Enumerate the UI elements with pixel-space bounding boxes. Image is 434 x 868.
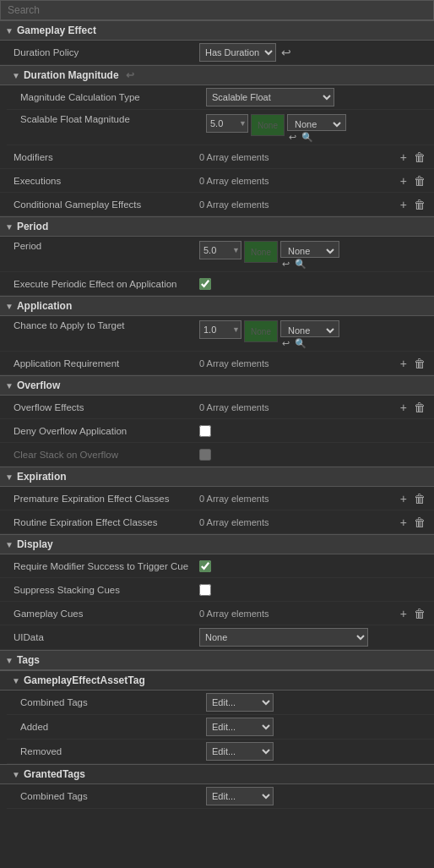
- scalable-float-curve-select[interactable]: None: [287, 114, 346, 131]
- overflow-effects-add-btn[interactable]: +: [399, 401, 409, 413]
- ui-data-label: UIData: [14, 632, 199, 642]
- granted-combined-label: Combined Tags: [20, 791, 206, 801]
- chance-num-input[interactable]: ▼: [199, 320, 241, 339]
- gameplay-effect-title: Gameplay Effect: [17, 25, 96, 36]
- period-curve-select[interactable]: None: [280, 241, 339, 258]
- magnitude-calc-select[interactable]: Scalable Float Attribute Based Custom Ca…: [206, 88, 334, 106]
- tags-section-header[interactable]: ▼ Tags: [0, 650, 434, 670]
- scalable-float-num-input[interactable]: ▼: [206, 114, 248, 133]
- asset-tag-added-select[interactable]: Edit...: [206, 718, 274, 736]
- suppress-stacking-checkbox[interactable]: [199, 584, 211, 596]
- scalable-float-back-btn[interactable]: ↩: [287, 133, 298, 142]
- duration-policy-select[interactable]: Has Duration Instant Infinite: [199, 43, 276, 62]
- period-section-header[interactable]: ▼ Period: [0, 216, 434, 237]
- expiration-title: Expiration: [17, 471, 67, 483]
- overflow-title: Overflow: [17, 379, 60, 391]
- gameplay-effect-asset-tag-header[interactable]: ▼ GameplayEffectAssetTag: [0, 670, 434, 691]
- gameplay-cues-label: Gameplay Cues: [14, 609, 199, 619]
- executions-delete-btn[interactable]: 🗑: [412, 175, 427, 187]
- period-arrow: ▼: [5, 222, 14, 232]
- asset-tag-combined-select[interactable]: Edit...: [206, 693, 274, 712]
- execute-periodic-row: Execute Periodic Effect on Application: [0, 272, 434, 296]
- overflow-effects-delete-btn[interactable]: 🗑: [412, 401, 427, 413]
- execute-periodic-label: Execute Periodic Effect on Application: [14, 279, 199, 289]
- asset-tag-combined-label: Combined Tags: [20, 697, 206, 707]
- application-arrow: ▼: [5, 302, 14, 311]
- modifiers-row: Modifiers 0 Array elements + 🗑: [0, 145, 434, 169]
- application-requirement-row: Application Requirement 0 Array elements…: [0, 352, 434, 375]
- gameplay-cues-value: 0 Array elements: [199, 609, 395, 619]
- application-title: Application: [17, 300, 72, 312]
- executions-add-btn[interactable]: +: [399, 175, 409, 187]
- routine-exp-delete-btn[interactable]: 🗑: [412, 516, 427, 528]
- asset-tag-combined-row: Combined Tags Edit...: [7, 691, 434, 715]
- gameplay-cues-add-btn[interactable]: +: [399, 608, 409, 620]
- premature-exp-add-btn[interactable]: +: [399, 493, 409, 505]
- asset-tag-arrow: ▼: [12, 676, 20, 685]
- app-req-add-btn[interactable]: +: [399, 358, 409, 369]
- deny-overflow-row: Deny Overflow Application: [0, 419, 434, 443]
- granted-combined-select[interactable]: Edit...: [206, 787, 274, 805]
- overflow-section-header[interactable]: ▼ Overflow: [0, 375, 434, 396]
- chance-num-arrow: ▼: [232, 325, 240, 334]
- scalable-float-search-btn[interactable]: 🔍: [300, 133, 315, 142]
- app-req-delete-btn[interactable]: 🗑: [412, 358, 427, 369]
- period-row: Period ▼ None None ↩ 🔍: [0, 237, 434, 272]
- conditional-gameplay-effects-label: Conditional Gameplay Effects: [14, 199, 199, 210]
- overflow-effects-value: 0 Array elements: [199, 402, 395, 412]
- duration-magnitude-title: Duration Magnitude: [24, 69, 119, 81]
- period-back-btn[interactable]: ↩: [280, 259, 291, 269]
- period-num-input[interactable]: ▼: [199, 241, 241, 259]
- executions-value: 0 Array elements: [199, 176, 395, 186]
- modifiers-value: 0 Array elements: [199, 152, 395, 162]
- period-label: Period: [14, 241, 199, 251]
- deny-overflow-checkbox[interactable]: [199, 425, 211, 437]
- period-color-box: None: [244, 241, 278, 263]
- routine-expiration-value: 0 Array elements: [199, 517, 395, 527]
- overflow-arrow: ▼: [5, 381, 14, 390]
- search-input[interactable]: [0, 0, 434, 20]
- executions-label: Executions: [14, 176, 199, 186]
- display-title: Display: [17, 538, 53, 550]
- scalable-float-value[interactable]: [210, 118, 237, 128]
- deny-overflow-label: Deny Overflow Application: [14, 426, 199, 436]
- display-section-header[interactable]: ▼ Display: [0, 534, 434, 554]
- conditional-effects-delete-btn[interactable]: 🗑: [412, 199, 427, 210]
- premature-expiration-label: Premature Expiration Effect Classes: [14, 494, 199, 504]
- granted-tags-title: GrantedTags: [24, 768, 85, 780]
- conditional-gameplay-effects-row: Conditional Gameplay Effects 0 Array ele…: [0, 193, 434, 216]
- gameplay-cues-delete-btn[interactable]: 🗑: [412, 608, 427, 620]
- chance-color-box: None: [244, 320, 278, 342]
- granted-tags-header[interactable]: ▼ GrantedTags: [0, 764, 434, 784]
- modifiers-add-btn[interactable]: +: [399, 151, 409, 163]
- duration-policy-label: Duration Policy: [14, 47, 199, 57]
- duration-policy-reset-btn[interactable]: ↩: [279, 46, 293, 58]
- scalable-float-mag-label: Scalable Float Magnitude: [20, 114, 206, 124]
- asset-tag-removed-row: Removed Edit...: [7, 740, 434, 764]
- chance-curve-select[interactable]: None: [280, 320, 339, 337]
- require-modifier-checkbox[interactable]: [199, 560, 211, 572]
- chance-back-btn[interactable]: ↩: [280, 339, 291, 348]
- premature-exp-delete-btn[interactable]: 🗑: [412, 493, 427, 505]
- execute-periodic-checkbox[interactable]: [199, 278, 211, 290]
- expiration-arrow: ▼: [5, 472, 14, 482]
- period-value[interactable]: [203, 245, 231, 255]
- gameplay-cues-row: Gameplay Cues 0 Array elements + 🗑: [0, 602, 434, 625]
- modifiers-delete-btn[interactable]: 🗑: [412, 151, 427, 163]
- gameplay-effect-header[interactable]: ▼ Gameplay Effect: [0, 20, 434, 41]
- chance-search-btn[interactable]: 🔍: [293, 339, 308, 348]
- asset-tag-removed-select[interactable]: Edit...: [206, 742, 274, 761]
- chance-value[interactable]: [203, 325, 231, 335]
- routine-exp-add-btn[interactable]: +: [399, 516, 409, 528]
- duration-magnitude-header[interactable]: ▼ Duration Magnitude ↩: [0, 65, 434, 85]
- overflow-effects-label: Overflow Effects: [14, 402, 199, 412]
- duration-policy-row: Duration Policy Has Duration Instant Inf…: [0, 41, 434, 65]
- expiration-section-header[interactable]: ▼ Expiration: [0, 467, 434, 487]
- tags-title: Tags: [17, 654, 40, 666]
- period-search-btn[interactable]: 🔍: [293, 259, 308, 269]
- application-section-header[interactable]: ▼ Application: [0, 296, 434, 316]
- num-arrow: ▼: [239, 119, 247, 128]
- require-modifier-row: Require Modifier Success to Trigger Cue: [0, 554, 434, 578]
- ui-data-select[interactable]: None: [199, 628, 368, 647]
- conditional-effects-add-btn[interactable]: +: [399, 199, 409, 210]
